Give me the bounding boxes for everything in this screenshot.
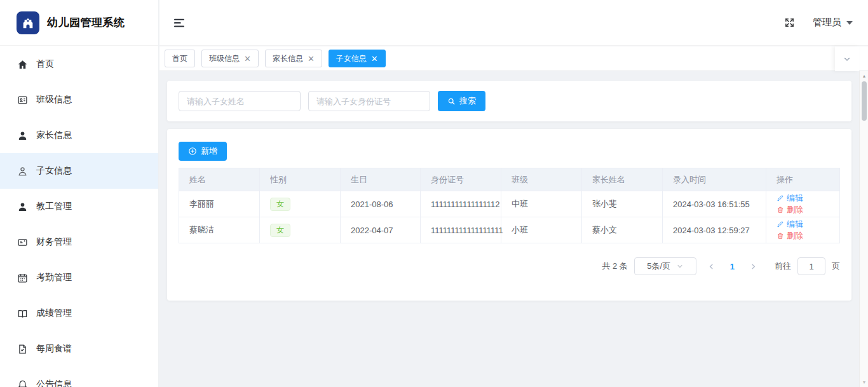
table-row: 李丽丽 女 2021-08-06 11111111111111112 中班 张小… — [179, 191, 840, 217]
tab-label: 子女信息 — [336, 53, 367, 64]
delete-label: 删除 — [787, 230, 803, 241]
menu-collapse-icon[interactable] — [173, 18, 185, 28]
chevron-right-icon — [750, 263, 757, 270]
sidebar-item-label: 班级信息 — [36, 94, 72, 105]
user-name: 管理员 — [813, 17, 841, 29]
scroll-up-icon[interactable]: ▲ — [860, 74, 868, 78]
cell-class: 中班 — [501, 191, 582, 217]
edit-link[interactable]: 编辑 — [776, 193, 803, 204]
edit-link[interactable]: 编辑 — [776, 219, 803, 230]
col-name: 姓名 — [179, 168, 260, 191]
class-card-icon — [17, 94, 28, 105]
home-icon — [17, 58, 28, 70]
sidebar-item-weekly-menu[interactable]: 每周食谱 — [0, 331, 158, 367]
col-parent-name: 家长姓名 — [582, 168, 663, 191]
current-page[interactable]: 1 — [726, 262, 738, 271]
pencil-icon — [776, 194, 784, 202]
cell-actions: 编辑 删除 — [766, 191, 840, 217]
child-name-input[interactable] — [179, 91, 301, 111]
scrollbar-thumb[interactable] — [862, 81, 867, 121]
user-menu[interactable]: 管理员 — [813, 17, 853, 29]
children-table: 姓名 性别 生日 身份证号 班级 家长姓名 录入时间 操作 李丽丽 女 2021 — [179, 168, 840, 243]
sidebar-item-label: 子女信息 — [36, 165, 72, 177]
col-created-time: 录入时间 — [663, 168, 766, 191]
tab-label: 班级信息 — [209, 53, 240, 64]
sidebar-item-parent-info[interactable]: 家长信息 — [0, 118, 158, 153]
app-logo: 幼儿园管理系统 — [0, 0, 158, 46]
edit-label: 编辑 — [787, 193, 803, 204]
prev-page-button[interactable] — [703, 263, 720, 270]
finance-card-icon — [17, 236, 28, 248]
sidebar-item-label: 教工管理 — [36, 201, 72, 212]
plus-circle-icon — [188, 147, 197, 156]
topbar: 管理员 — [159, 0, 868, 46]
grades-book-icon — [17, 308, 28, 319]
col-actions: 操作 — [766, 168, 840, 191]
pagination: 共 2 条 5条/页 1 前往 页 — [179, 257, 840, 275]
pagination-total: 共 2 条 — [602, 261, 627, 272]
page-size-value: 5条/页 — [647, 261, 670, 272]
sidebar-item-notice-info[interactable]: 公告信息 — [0, 367, 158, 387]
pencil-icon — [776, 221, 784, 228]
delete-label: 删除 — [787, 204, 803, 215]
search-button[interactable]: 搜索 — [438, 91, 485, 111]
notice-bell-icon — [17, 379, 28, 387]
sidebar-item-staff-management[interactable]: 教工管理 — [0, 189, 158, 224]
child-user-icon — [17, 165, 28, 177]
sidebar-item-home[interactable]: 首页 — [0, 46, 158, 82]
sidebar-item-children-info[interactable]: 子女信息 — [0, 153, 158, 189]
tab-children-info[interactable]: 子女信息 ✕ — [329, 50, 386, 67]
tab-close-icon[interactable]: ✕ — [244, 55, 251, 63]
tab-parent-info[interactable]: 家长信息 ✕ — [265, 50, 322, 67]
cell-parent-name: 蔡小文 — [582, 217, 663, 243]
gender-tag: 女 — [270, 198, 290, 211]
sidebar-item-label: 首页 — [36, 58, 54, 70]
tab-class-info[interactable]: 班级信息 ✕ — [201, 50, 259, 67]
tab-close-icon[interactable]: ✕ — [371, 55, 378, 63]
delete-link[interactable]: 删除 — [776, 230, 803, 241]
tab-home[interactable]: 首页 — [165, 50, 195, 67]
sidebar-item-label: 每周食谱 — [36, 343, 72, 355]
app-window: 幼儿园管理系统 首页 班级信息 家长信息 — [0, 0, 868, 387]
tab-label: 家长信息 — [273, 53, 303, 64]
page-size-select[interactable]: 5条/页 — [634, 257, 696, 275]
sidebar-item-attendance-management[interactable]: 考勤管理 — [0, 260, 158, 295]
add-button-label: 新增 — [201, 146, 217, 157]
fullscreen-icon[interactable] — [784, 17, 795, 28]
sidebar-item-class-info[interactable]: 班级信息 — [0, 82, 158, 118]
col-birthday: 生日 — [341, 168, 421, 191]
delete-link[interactable]: 删除 — [776, 204, 803, 215]
attendance-calendar-icon — [17, 272, 28, 283]
cell-created-time: 2024-03-03 16:51:55 — [663, 191, 766, 217]
sidebar: 幼儿园管理系统 首页 班级信息 家长信息 — [0, 0, 159, 387]
sidebar-item-finance-management[interactable]: 财务管理 — [0, 224, 158, 260]
cell-id-number: 111111111111111111 — [421, 217, 501, 243]
sidebar-menu: 首页 班级信息 家长信息 子女信息 — [0, 46, 158, 387]
table-header-row: 姓名 性别 生日 身份证号 班级 家长姓名 录入时间 操作 — [179, 168, 840, 191]
tab-close-icon[interactable]: ✕ — [308, 55, 315, 63]
page-suffix: 页 — [832, 261, 840, 272]
trash-icon — [776, 206, 784, 214]
col-id-number: 身份证号 — [421, 168, 501, 191]
next-page-button[interactable] — [745, 263, 762, 270]
scrollbar-vertical[interactable]: ▲ ▼ — [859, 71, 868, 387]
child-id-input[interactable] — [308, 91, 430, 111]
cell-created-time: 2024-03-03 12:59:27 — [663, 217, 766, 243]
goto-label: 前往 — [775, 261, 791, 272]
col-class: 班级 — [501, 168, 582, 191]
cell-class: 小班 — [501, 217, 582, 243]
app-title: 幼儿园管理系统 — [47, 15, 125, 30]
tab-label: 首页 — [172, 53, 187, 64]
tabs-overflow-button[interactable] — [835, 46, 859, 71]
goto-page-input[interactable] — [797, 257, 825, 275]
scroll-down-icon[interactable]: ▼ — [860, 380, 868, 384]
sidebar-item-grades-management[interactable]: 成绩管理 — [0, 295, 158, 331]
caret-down-icon — [846, 21, 853, 25]
chevron-down-icon — [677, 263, 683, 269]
weekly-menu-doc-icon — [17, 343, 28, 355]
parent-user-icon — [17, 130, 28, 141]
search-icon — [447, 97, 456, 105]
table-panel: 新增 姓名 性别 生日 身份证号 班级 家长姓名 录入时间 — [167, 129, 851, 301]
search-button-label: 搜索 — [459, 95, 476, 107]
add-button[interactable]: 新增 — [179, 142, 227, 161]
